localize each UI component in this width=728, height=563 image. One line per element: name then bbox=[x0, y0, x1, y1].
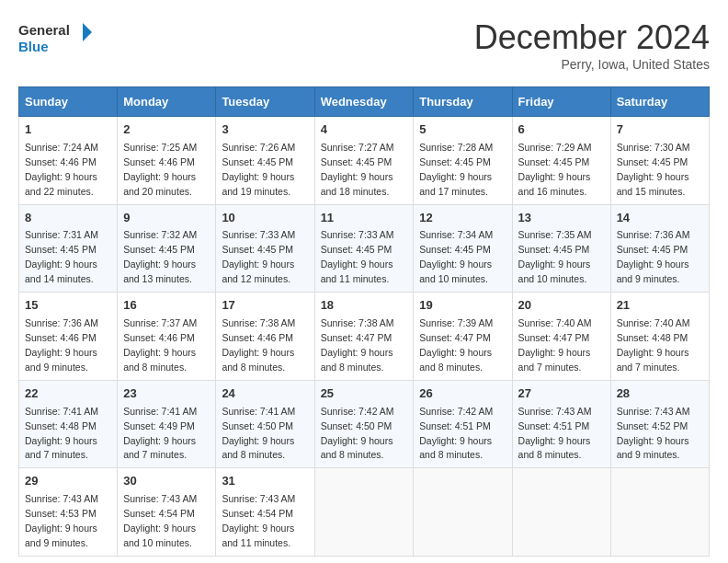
day-info: Sunrise: 7:38 AMSunset: 4:46 PMDaylight:… bbox=[222, 317, 295, 373]
day-number: 8 bbox=[25, 210, 111, 227]
day-info: Sunrise: 7:41 AMSunset: 4:49 PMDaylight:… bbox=[123, 406, 197, 461]
day-number: 23 bbox=[123, 385, 210, 403]
calendar-week-row: 8 Sunrise: 7:31 AMSunset: 4:45 PMDayligh… bbox=[19, 204, 710, 293]
calendar-table: SundayMondayTuesdayWednesdayThursdayFrid… bbox=[18, 86, 710, 557]
day-number: 19 bbox=[419, 297, 506, 315]
day-info: Sunrise: 7:29 AMSunset: 4:45 PMDaylight:… bbox=[518, 142, 592, 197]
day-number: 29 bbox=[25, 473, 111, 490]
calendar-day-cell: 17 Sunrise: 7:38 AMSunset: 4:46 PMDaylig… bbox=[216, 293, 314, 381]
day-number: 5 bbox=[419, 121, 506, 139]
calendar-header-row: SundayMondayTuesdayWednesdayThursdayFrid… bbox=[19, 87, 710, 117]
day-info: Sunrise: 7:26 AMSunset: 4:45 PMDaylight:… bbox=[222, 142, 295, 197]
calendar-day-cell: 5 Sunrise: 7:28 AMSunset: 4:45 PMDayligh… bbox=[414, 117, 512, 205]
day-info: Sunrise: 7:31 AMSunset: 4:45 PMDaylight:… bbox=[25, 229, 98, 284]
day-info: Sunrise: 7:27 AMSunset: 4:45 PMDaylight:… bbox=[321, 142, 394, 197]
calendar-day-cell: 10 Sunrise: 7:33 AMSunset: 4:45 PMDaylig… bbox=[216, 204, 314, 293]
calendar-day-cell: 18 Sunrise: 7:38 AMSunset: 4:47 PMDaylig… bbox=[314, 293, 414, 381]
calendar-day-cell: 31 Sunrise: 7:43 AMSunset: 4:54 PMDaylig… bbox=[216, 468, 314, 557]
calendar-day-cell: 6 Sunrise: 7:29 AMSunset: 4:45 PMDayligh… bbox=[512, 117, 610, 205]
day-number: 26 bbox=[419, 385, 506, 403]
day-number: 27 bbox=[518, 385, 605, 403]
calendar-day-cell: 12 Sunrise: 7:34 AMSunset: 4:45 PMDaylig… bbox=[414, 204, 512, 293]
calendar-day-cell: 3 Sunrise: 7:26 AMSunset: 4:45 PMDayligh… bbox=[216, 117, 314, 205]
day-info: Sunrise: 7:24 AMSunset: 4:46 PMDaylight:… bbox=[25, 142, 98, 197]
day-info: Sunrise: 7:43 AMSunset: 4:54 PMDaylight:… bbox=[123, 493, 197, 548]
day-number: 25 bbox=[321, 385, 408, 403]
day-info: Sunrise: 7:43 AMSunset: 4:54 PMDaylight:… bbox=[222, 493, 295, 548]
day-number: 2 bbox=[123, 121, 210, 139]
day-info: Sunrise: 7:42 AMSunset: 4:50 PMDaylight:… bbox=[321, 406, 394, 461]
calendar-day-cell: 30 Sunrise: 7:43 AMSunset: 4:54 PMDaylig… bbox=[118, 468, 216, 557]
svg-marker-2 bbox=[83, 23, 92, 41]
day-number: 20 bbox=[518, 297, 605, 315]
day-info: Sunrise: 7:33 AMSunset: 4:45 PMDaylight:… bbox=[222, 229, 295, 284]
day-info: Sunrise: 7:25 AMSunset: 4:46 PMDaylight:… bbox=[123, 142, 197, 197]
calendar-day-cell: 16 Sunrise: 7:37 AMSunset: 4:46 PMDaylig… bbox=[118, 293, 216, 381]
calendar-day-cell: 27 Sunrise: 7:43 AMSunset: 4:51 PMDaylig… bbox=[512, 380, 610, 468]
calendar-day-cell: 2 Sunrise: 7:25 AMSunset: 4:46 PMDayligh… bbox=[118, 117, 216, 205]
day-info: Sunrise: 7:36 AMSunset: 4:45 PMDaylight:… bbox=[617, 229, 690, 284]
calendar-day-cell: 14 Sunrise: 7:36 AMSunset: 4:45 PMDaylig… bbox=[610, 204, 709, 293]
day-info: Sunrise: 7:39 AMSunset: 4:47 PMDaylight:… bbox=[419, 317, 493, 373]
day-number: 31 bbox=[222, 473, 308, 490]
month-title: December 2024 bbox=[474, 18, 710, 57]
day-info: Sunrise: 7:43 AMSunset: 4:51 PMDaylight:… bbox=[518, 406, 592, 461]
calendar-day-cell: 11 Sunrise: 7:33 AMSunset: 4:45 PMDaylig… bbox=[314, 204, 414, 293]
calendar-day-cell: 26 Sunrise: 7:42 AMSunset: 4:51 PMDaylig… bbox=[414, 380, 512, 468]
calendar-day-cell: 20 Sunrise: 7:40 AMSunset: 4:47 PMDaylig… bbox=[512, 293, 610, 381]
day-info: Sunrise: 7:33 AMSunset: 4:45 PMDaylight:… bbox=[321, 229, 394, 284]
weekday-header: Sunday bbox=[19, 87, 118, 117]
day-info: Sunrise: 7:41 AMSunset: 4:48 PMDaylight:… bbox=[25, 406, 98, 461]
calendar-day-cell: 29 Sunrise: 7:43 AMSunset: 4:53 PMDaylig… bbox=[19, 468, 118, 557]
day-info: Sunrise: 7:28 AMSunset: 4:45 PMDaylight:… bbox=[419, 142, 493, 197]
weekday-header: Friday bbox=[512, 87, 610, 117]
day-number: 11 bbox=[321, 210, 408, 227]
day-info: Sunrise: 7:37 AMSunset: 4:46 PMDaylight:… bbox=[123, 317, 197, 373]
calendar-day-cell: 19 Sunrise: 7:39 AMSunset: 4:47 PMDaylig… bbox=[414, 293, 512, 381]
day-number: 30 bbox=[123, 473, 210, 490]
calendar-day-cell: 13 Sunrise: 7:35 AMSunset: 4:45 PMDaylig… bbox=[512, 204, 610, 293]
day-number: 4 bbox=[321, 121, 408, 139]
calendar-week-row: 15 Sunrise: 7:36 AMSunset: 4:46 PMDaylig… bbox=[19, 293, 710, 381]
day-info: Sunrise: 7:43 AMSunset: 4:53 PMDaylight:… bbox=[25, 493, 98, 548]
day-info: Sunrise: 7:35 AMSunset: 4:45 PMDaylight:… bbox=[518, 229, 592, 284]
day-number: 9 bbox=[123, 210, 210, 227]
day-number: 17 bbox=[222, 297, 308, 315]
page-header: General Blue December 2024 Perry, Iowa, … bbox=[18, 18, 710, 72]
calendar-day-cell bbox=[414, 468, 512, 557]
day-info: Sunrise: 7:40 AMSunset: 4:48 PMDaylight:… bbox=[617, 317, 690, 373]
svg-text:Blue: Blue bbox=[18, 39, 49, 54]
weekday-header: Saturday bbox=[610, 87, 709, 117]
day-number: 18 bbox=[321, 297, 408, 315]
day-info: Sunrise: 7:32 AMSunset: 4:45 PMDaylight:… bbox=[123, 229, 197, 284]
day-number: 1 bbox=[25, 121, 111, 139]
calendar-day-cell bbox=[512, 468, 610, 557]
calendar-day-cell: 8 Sunrise: 7:31 AMSunset: 4:45 PMDayligh… bbox=[19, 204, 118, 293]
calendar-day-cell: 9 Sunrise: 7:32 AMSunset: 4:45 PMDayligh… bbox=[118, 204, 216, 293]
logo: General Blue bbox=[18, 18, 92, 63]
calendar-day-cell bbox=[314, 468, 414, 557]
day-info: Sunrise: 7:42 AMSunset: 4:51 PMDaylight:… bbox=[419, 406, 493, 461]
calendar-day-cell: 15 Sunrise: 7:36 AMSunset: 4:46 PMDaylig… bbox=[19, 293, 118, 381]
logo-svg: General Blue bbox=[18, 18, 92, 60]
calendar-day-cell: 21 Sunrise: 7:40 AMSunset: 4:48 PMDaylig… bbox=[610, 293, 709, 381]
calendar-day-cell: 23 Sunrise: 7:41 AMSunset: 4:49 PMDaylig… bbox=[118, 380, 216, 468]
day-number: 21 bbox=[617, 297, 703, 315]
calendar-week-row: 1 Sunrise: 7:24 AMSunset: 4:46 PMDayligh… bbox=[19, 117, 710, 205]
day-number: 14 bbox=[617, 210, 703, 227]
weekday-header: Tuesday bbox=[216, 87, 314, 117]
calendar-day-cell: 7 Sunrise: 7:30 AMSunset: 4:45 PMDayligh… bbox=[610, 117, 709, 205]
day-info: Sunrise: 7:34 AMSunset: 4:45 PMDaylight:… bbox=[419, 229, 493, 284]
calendar-week-row: 29 Sunrise: 7:43 AMSunset: 4:53 PMDaylig… bbox=[19, 468, 710, 557]
day-number: 10 bbox=[222, 210, 308, 227]
calendar-day-cell: 22 Sunrise: 7:41 AMSunset: 4:48 PMDaylig… bbox=[19, 380, 118, 468]
day-info: Sunrise: 7:36 AMSunset: 4:46 PMDaylight:… bbox=[25, 317, 98, 373]
calendar-day-cell: 25 Sunrise: 7:42 AMSunset: 4:50 PMDaylig… bbox=[314, 380, 414, 468]
svg-text:General: General bbox=[18, 22, 70, 38]
day-number: 7 bbox=[617, 121, 703, 139]
calendar-day-cell: 4 Sunrise: 7:27 AMSunset: 4:45 PMDayligh… bbox=[314, 117, 414, 205]
day-info: Sunrise: 7:38 AMSunset: 4:47 PMDaylight:… bbox=[321, 317, 394, 373]
title-block: December 2024 Perry, Iowa, United States bbox=[474, 18, 710, 72]
weekday-header: Thursday bbox=[414, 87, 512, 117]
day-number: 13 bbox=[518, 210, 605, 227]
